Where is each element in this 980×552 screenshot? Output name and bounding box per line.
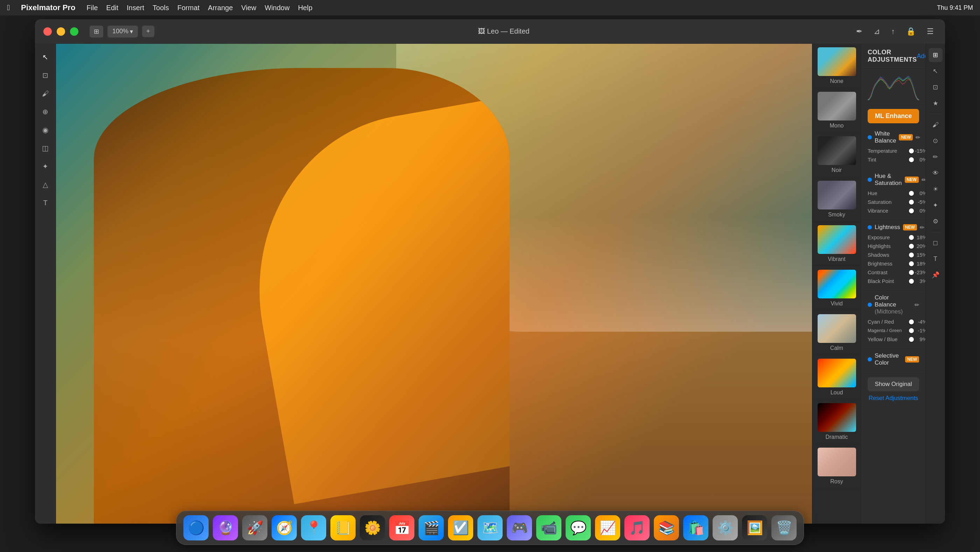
minimize-button[interactable] xyxy=(57,27,65,36)
add-view-button[interactable]: + xyxy=(142,26,154,37)
preset-loud[interactable]: Loud xyxy=(812,355,861,400)
dock-safari-icon[interactable]: 🧭 xyxy=(272,515,297,541)
dock-preferences-icon[interactable]: ⚙️ xyxy=(713,515,738,541)
app-name-menu[interactable]: Pixelmator Pro xyxy=(21,3,75,12)
brush-tool-button[interactable]: ✒ xyxy=(853,26,865,37)
menu-view[interactable]: View xyxy=(241,4,256,12)
dock-photos-icon[interactable]: 🌼 xyxy=(360,515,385,541)
lightness-edit-button[interactable]: ✏ xyxy=(920,224,924,231)
dock-pixelmator-icon[interactable]: 🖼️ xyxy=(742,515,767,541)
preset-mono[interactable]: Mono xyxy=(812,88,861,133)
dock-music-icon[interactable]: 🎵 xyxy=(624,515,650,541)
repair-tool-icon[interactable]: ◉ xyxy=(38,122,53,138)
preset-vivid[interactable]: Vivid xyxy=(812,266,861,311)
dock-maps-pins-icon[interactable]: 📍 xyxy=(301,515,326,541)
transform-button[interactable]: ⊿ xyxy=(871,26,883,37)
dock-trash-icon[interactable]: 🗑️ xyxy=(772,515,797,541)
dock-siri-icon[interactable]: 🔮 xyxy=(213,515,238,541)
preset-dramatic[interactable]: Dramatic xyxy=(812,400,861,444)
reset-adjustments-button[interactable]: Reset Adjustments xyxy=(868,395,919,402)
menu-arrange[interactable]: Arrange xyxy=(208,4,233,12)
color-balance-dot xyxy=(868,303,872,307)
dock-appstore-icon[interactable]: 🛍️ xyxy=(683,515,708,541)
paint-tool-icon[interactable]: 🖌 xyxy=(38,86,53,101)
text-right-icon[interactable]: T xyxy=(929,252,943,266)
transform-right-icon[interactable]: ⊡ xyxy=(929,80,943,94)
menu-insert[interactable]: Insert xyxy=(127,4,144,12)
content-area: ↖ ⊡ 🖌 ⊕ ◉ ◫ ✦ △ T xyxy=(35,44,945,523)
view-toggle-button[interactable]: ⊞ xyxy=(90,26,103,37)
white-balance-edit-button[interactable]: ✏ xyxy=(916,134,920,141)
hue-saturation-dot xyxy=(868,177,872,182)
dock-calendar-icon[interactable]: 📅 xyxy=(389,515,414,541)
preset-calm[interactable]: Calm xyxy=(812,311,861,355)
canvas-area[interactable] xyxy=(56,44,812,523)
dock-messages-icon[interactable]: 💬 xyxy=(566,515,591,541)
sparkle-right-icon[interactable]: ✦ xyxy=(929,198,943,212)
clone-tool-icon[interactable]: ⊕ xyxy=(38,104,53,120)
gear-right-icon[interactable]: ⚙ xyxy=(929,214,943,228)
dock-quicktime-icon[interactable]: 🎬 xyxy=(418,515,444,541)
dock-facetime-icon[interactable]: 📹 xyxy=(536,515,562,541)
text-tool-icon[interactable]: T xyxy=(38,195,53,211)
dock-stocks-icon[interactable]: 📈 xyxy=(595,515,620,541)
color-balance-title: Color Balance (Midtones) xyxy=(875,294,912,315)
gradients-tool-icon[interactable]: ◫ xyxy=(38,140,53,156)
close-button[interactable] xyxy=(43,27,52,36)
select-tool-right-icon[interactable]: ↖ xyxy=(929,64,943,78)
menu-tools[interactable]: Tools xyxy=(153,4,169,12)
preset-smoky[interactable]: Smoky xyxy=(812,177,861,222)
histogram-container xyxy=(861,69,925,105)
menu-file[interactable]: File xyxy=(86,4,98,12)
preset-rosy[interactable]: Rosy xyxy=(812,444,861,488)
paint-right-icon[interactable]: 🖌 xyxy=(929,118,943,132)
preset-noir[interactable]: Noir xyxy=(812,133,861,177)
temperature-label: Temperature xyxy=(868,148,906,154)
preset-thumb-mono xyxy=(818,92,856,120)
effects-tool-icon[interactable]: ✦ xyxy=(38,159,53,174)
stamp-right-icon[interactable]: ⊙ xyxy=(929,134,943,148)
saturation-label: Saturation xyxy=(868,199,906,205)
dock-maps-icon[interactable]: 🗺️ xyxy=(477,515,503,541)
sun-right-icon[interactable]: ☀ xyxy=(929,182,943,196)
menubar-time: Thu 9:41 PM xyxy=(937,4,973,11)
preset-vibrant[interactable]: Vibrant xyxy=(812,222,861,266)
dock-books-icon[interactable]: 📚 xyxy=(654,515,679,541)
more-options-button[interactable]: ☰ xyxy=(924,26,937,37)
menu-format[interactable]: Format xyxy=(177,4,199,12)
dock-reminders-icon[interactable]: ☑️ xyxy=(448,515,473,541)
dock-launchpad-icon[interactable]: 🚀 xyxy=(242,515,267,541)
share-button[interactable]: ↑ xyxy=(888,26,898,37)
crop-tool-icon[interactable]: ⊡ xyxy=(38,68,53,83)
show-original-button[interactable]: Show Original xyxy=(868,377,919,391)
black-point-slider-row: Black Point 3% xyxy=(868,278,919,284)
eye-right-icon[interactable]: 👁 xyxy=(929,166,943,180)
hue-label: Hue xyxy=(868,190,906,196)
dock-stickies-icon[interactable]: 📒 xyxy=(330,515,356,541)
menu-help[interactable]: Help xyxy=(298,4,312,12)
left-toolbar: ↖ ⊡ 🖌 ⊕ ◉ ◫ ✦ △ T xyxy=(35,44,56,523)
select-tool-icon[interactable]: ↖ xyxy=(38,49,53,65)
menu-window[interactable]: Window xyxy=(265,4,290,12)
star-right-icon[interactable]: ★ xyxy=(929,96,943,110)
pencil-right-icon[interactable]: ✏ xyxy=(929,150,943,164)
temperature-slider-row: Temperature -15% xyxy=(868,148,919,154)
dock-finder-icon[interactable]: 🔵 xyxy=(183,515,208,541)
shapes-tool-icon[interactable]: △ xyxy=(38,177,53,192)
preset-none[interactable]: None xyxy=(812,44,861,88)
dock-gaming-icon[interactable]: 🎮 xyxy=(507,515,532,541)
apple-menu-icon[interactable]:  xyxy=(7,3,10,12)
eraser-right-icon[interactable]: ◻ xyxy=(929,236,943,250)
add-adjustment-button[interactable]: Add xyxy=(917,53,925,60)
maximize-button[interactable] xyxy=(70,27,78,36)
adjustments-title: COLOR ADJUSTMENTS xyxy=(868,49,917,64)
lock-button[interactable]: 🔒 xyxy=(904,26,918,37)
hue-saturation-edit-button[interactable]: ✏ xyxy=(921,177,926,183)
menu-edit[interactable]: Edit xyxy=(107,4,118,12)
ml-enhance-button[interactable]: ML Enhance xyxy=(868,109,919,123)
white-balance-dot xyxy=(868,135,872,139)
lightness-header: Lightness NEW ✏ xyxy=(868,224,919,231)
pin-right-icon[interactable]: 📌 xyxy=(929,268,943,282)
color-balance-edit-button[interactable]: ✏ xyxy=(915,302,919,308)
adjustments-panel-icon[interactable]: ⊞ xyxy=(929,48,943,62)
